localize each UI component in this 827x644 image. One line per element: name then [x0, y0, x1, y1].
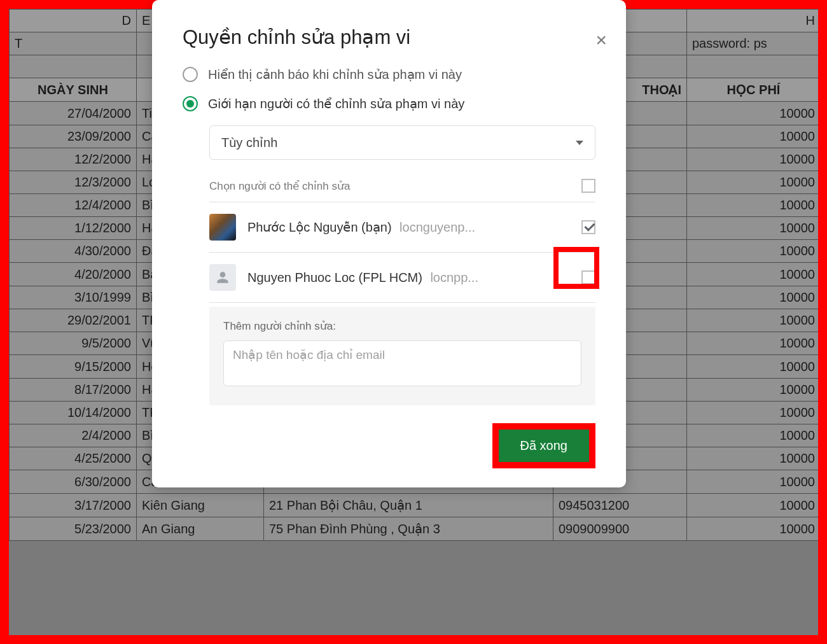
cell[interactable]: 10000: [687, 194, 821, 217]
cell[interactable]: 10000: [687, 447, 821, 470]
cell[interactable]: 5/23/2000: [10, 517, 137, 541]
cell[interactable]: 10000: [687, 494, 821, 517]
cell[interactable]: 12/2/2000: [10, 148, 137, 171]
cell[interactable]: 3/17/2000: [10, 494, 137, 517]
person-email: locnguyenp...: [400, 220, 475, 234]
cell[interactable]: 75 Phan Đình Phùng , Quận 3: [264, 517, 553, 541]
cell[interactable]: 29/02/2001: [10, 309, 137, 332]
cell[interactable]: 10000: [687, 309, 821, 332]
cell[interactable]: 3/10/1999: [10, 286, 137, 309]
people-section: Chọn người có thể chỉnh sửa Phước Lộc Ng…: [209, 179, 595, 303]
cell[interactable]: 4/20/2000: [10, 263, 137, 286]
cell[interactable]: 10000: [687, 125, 821, 148]
cell[interactable]: 10000: [687, 148, 821, 171]
person-checkbox[interactable]: [581, 220, 595, 234]
table-row: 3/17/2000Kiên Giang21 Phan Bội Châu, Quậ…: [10, 494, 821, 517]
add-editors-input[interactable]: [223, 340, 581, 386]
cell[interactable]: 27/04/2000: [10, 102, 137, 125]
avatar: [209, 214, 236, 241]
cell[interactable]: 10000: [687, 286, 821, 309]
cell[interactable]: 10000: [687, 217, 821, 240]
cell[interactable]: 4/30/2000: [10, 240, 137, 263]
cell[interactable]: 10000: [687, 102, 821, 125]
cell[interactable]: 10000: [687, 402, 821, 424]
cell[interactable]: 2/4/2000: [10, 424, 137, 447]
col-letter[interactable]: H: [687, 10, 821, 32]
cell[interactable]: 10000: [687, 263, 821, 286]
cell[interactable]: 10000: [687, 424, 821, 447]
cell[interactable]: 0909009900: [553, 517, 687, 541]
select-all-checkbox[interactable]: [581, 179, 595, 193]
radio-show-warning[interactable]: Hiển thị cảnh báo khi chỉnh sửa phạm vi …: [183, 67, 595, 82]
cell[interactable]: 0945031200: [553, 494, 687, 517]
close-icon[interactable]: ×: [595, 31, 607, 50]
cell[interactable]: 10000: [687, 355, 821, 379]
radio-restrict-editors[interactable]: Giới hạn người có thể chỉnh sửa phạm vi …: [183, 96, 595, 111]
cell[interactable]: Kiên Giang: [137, 494, 264, 517]
add-editors-section: Thêm người chỉnh sửa:: [209, 307, 595, 405]
cell[interactable]: 10000: [687, 379, 821, 402]
dialog-title: Quyền chỉnh sửa phạm vi: [183, 25, 595, 49]
cell[interactable]: 12/4/2000: [10, 194, 137, 217]
person-name: Phước Lộc Nguyễn (bạn): [247, 220, 392, 234]
range-permissions-dialog: Quyền chỉnh sửa phạm vi × Hiển thị cảnh …: [152, 0, 626, 487]
cell[interactable]: 1/12/2000: [10, 217, 137, 240]
cell[interactable]: 10000: [687, 171, 821, 194]
cell[interactable]: 21 Phan Bội Châu, Quận 1: [264, 494, 553, 517]
restriction-dropdown[interactable]: Tùy chỉnh: [209, 125, 595, 160]
cell[interactable]: 23/09/2000: [10, 125, 137, 148]
cell[interactable]: 10000: [687, 517, 821, 541]
add-editors-label: Thêm người chỉnh sửa:: [223, 319, 581, 333]
person-row-owner: Phước Lộc Nguyễn (bạn) locnguyenp...: [209, 202, 595, 253]
cell[interactable]: 10000: [687, 332, 821, 355]
cell[interactable]: An Giang: [137, 517, 264, 541]
cell[interactable]: 4/25/2000: [10, 447, 137, 470]
radio-group: Hiển thị cảnh báo khi chỉnh sửa phạm vi …: [183, 67, 595, 111]
cell[interactable]: 9/5/2000: [10, 332, 137, 355]
done-button[interactable]: Đã xong: [499, 430, 590, 462]
select-all-label: Chọn người có thể chỉnh sửa: [209, 179, 350, 193]
dialog-footer: Đã xong: [183, 423, 595, 468]
cell[interactable]: 6/30/2000: [10, 470, 137, 494]
cell[interactable]: 10/14/2000: [10, 402, 137, 424]
person-row: Nguyen Phuoc Loc (FPL HCM) locnpp...: [209, 253, 595, 303]
person-name: Nguyen Phuoc Loc (FPL HCM): [247, 270, 422, 284]
cell[interactable]: 12/3/2000: [10, 171, 137, 194]
dropdown-value: Tùy chỉnh: [221, 135, 277, 150]
person-checkbox[interactable]: [581, 270, 595, 284]
col-letter[interactable]: D: [10, 10, 137, 32]
person-email: locnpp...: [430, 270, 478, 284]
table-row: 5/23/2000An Giang75 Phan Đình Phùng , Qu…: [10, 517, 821, 541]
cell[interactable]: 8/17/2000: [10, 379, 137, 402]
select-all-row: Chọn người có thể chỉnh sửa: [209, 179, 595, 202]
avatar-generic-icon: [209, 264, 236, 291]
chevron-down-icon: [576, 141, 583, 145]
cell[interactable]: 9/15/2000: [10, 355, 137, 379]
cell[interactable]: 10000: [687, 240, 821, 263]
cell[interactable]: 10000: [687, 470, 821, 494]
